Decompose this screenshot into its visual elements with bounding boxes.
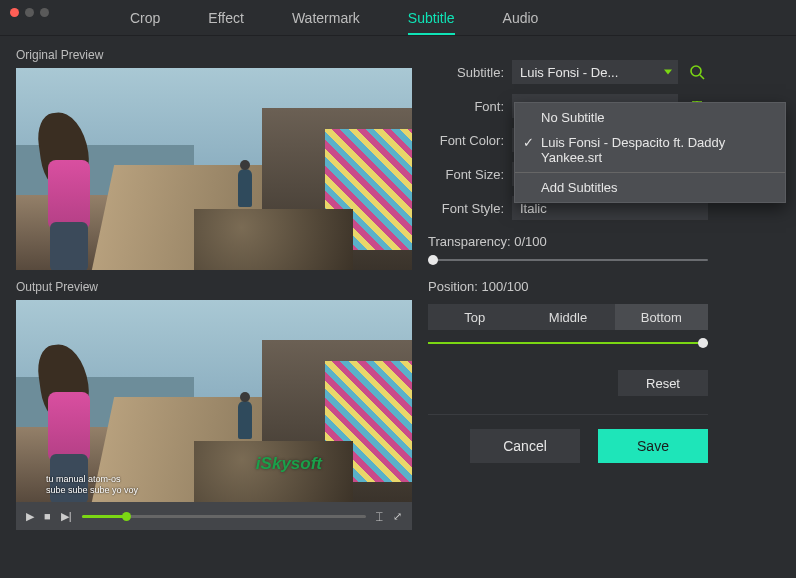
dropdown-item-selected-file[interactable]: Luis Fonsi - Despacito ft. Daddy Yankee.… bbox=[515, 130, 785, 170]
font-label: Font: bbox=[428, 99, 504, 114]
search-subtitle-icon[interactable] bbox=[686, 61, 708, 83]
progress-slider[interactable] bbox=[82, 515, 366, 518]
cancel-button[interactable]: Cancel bbox=[470, 429, 580, 463]
player-bar: ▶ ■ ▶| ⌶ ⤢ bbox=[16, 502, 412, 530]
font-size-label: Font Size: bbox=[428, 167, 504, 182]
svg-point-0 bbox=[691, 66, 701, 76]
font-color-label: Font Color: bbox=[428, 133, 504, 148]
position-bottom-button[interactable]: Bottom bbox=[615, 304, 708, 330]
dropdown-separator bbox=[515, 172, 785, 173]
position-label: Position: 100/100 bbox=[428, 279, 708, 294]
svg-line-1 bbox=[700, 75, 704, 79]
tab-crop[interactable]: Crop bbox=[130, 10, 160, 35]
original-preview bbox=[16, 68, 412, 270]
window-controls bbox=[10, 8, 49, 17]
stop-icon[interactable]: ■ bbox=[44, 510, 51, 522]
output-preview-label: Output Preview bbox=[16, 280, 412, 294]
font-style-label: Font Style: bbox=[428, 201, 504, 216]
subtitle-label: Subtitle: bbox=[428, 65, 504, 80]
maximize-window-icon[interactable] bbox=[40, 8, 49, 17]
play-icon[interactable]: ▶ bbox=[26, 510, 34, 523]
dropdown-item-add-subtitles[interactable]: Add Subtitles bbox=[515, 175, 785, 200]
capture-icon[interactable]: ⌶ bbox=[376, 510, 383, 522]
original-preview-label: Original Preview bbox=[16, 48, 412, 62]
transparency-label: Transparency: 0/100 bbox=[428, 234, 708, 249]
skip-icon[interactable]: ▶| bbox=[61, 510, 72, 523]
chevron-down-icon bbox=[664, 70, 672, 75]
main-tabs: Crop Effect Watermark Subtitle Audio bbox=[0, 0, 796, 36]
save-button[interactable]: Save bbox=[598, 429, 708, 463]
tab-audio[interactable]: Audio bbox=[503, 10, 539, 35]
subtitle-select[interactable]: Luis Fonsi - De... bbox=[512, 60, 678, 84]
position-slider[interactable] bbox=[428, 342, 708, 344]
subtitle-overlay: tu manual atom-os sube sube sube yo voy bbox=[46, 474, 138, 496]
position-top-button[interactable]: Top bbox=[428, 304, 521, 330]
subtitle-dropdown: No Subtitle Luis Fonsi - Despacito ft. D… bbox=[514, 102, 786, 203]
tab-effect[interactable]: Effect bbox=[208, 10, 244, 35]
output-preview: iSkysoft tu manual atom-os sube sube sub… bbox=[16, 300, 412, 502]
position-segmented: Top Middle Bottom bbox=[428, 304, 708, 330]
close-window-icon[interactable] bbox=[10, 8, 19, 17]
minimize-window-icon[interactable] bbox=[25, 8, 34, 17]
transparency-slider[interactable] bbox=[428, 259, 708, 261]
watermark-text: iSkysoft bbox=[256, 454, 322, 474]
tab-subtitle[interactable]: Subtitle bbox=[408, 10, 455, 35]
dropdown-item-no-subtitle[interactable]: No Subtitle bbox=[515, 105, 785, 130]
position-middle-button[interactable]: Middle bbox=[521, 304, 614, 330]
reset-button[interactable]: Reset bbox=[618, 370, 708, 396]
tab-watermark[interactable]: Watermark bbox=[292, 10, 360, 35]
expand-icon[interactable]: ⤢ bbox=[393, 510, 402, 523]
